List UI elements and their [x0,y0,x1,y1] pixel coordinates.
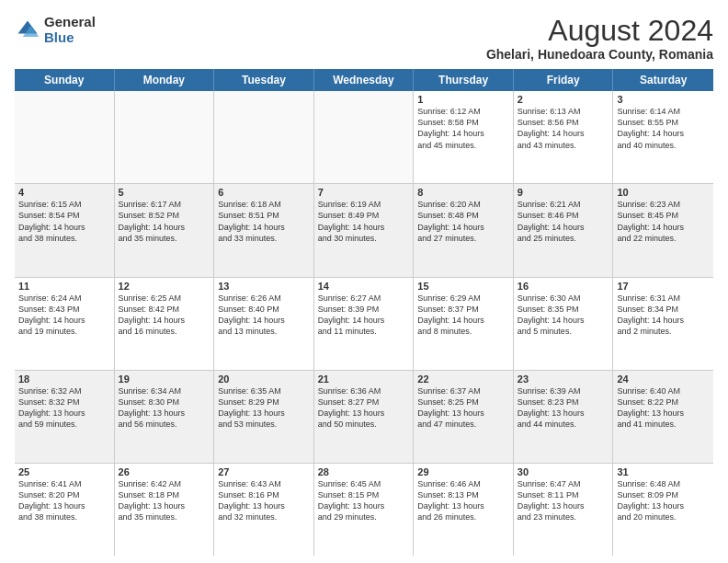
day-number: 19 [119,373,210,385]
cal-cell-r2-c2: 13Sunrise: 6:26 AMSunset: 8:40 PMDayligh… [214,278,314,370]
day-number: 24 [617,373,710,385]
cal-cell-r4-c4: 29Sunrise: 6:46 AMSunset: 8:13 PMDayligh… [414,464,514,556]
day-number: 30 [518,466,609,477]
day-number: 11 [18,281,110,292]
cal-cell-r3-c5: 23Sunrise: 6:39 AMSunset: 8:23 PMDayligh… [514,371,614,463]
cal-cell-r4-c1: 26Sunrise: 6:42 AMSunset: 8:18 PMDayligh… [115,464,215,556]
day-number: 28 [318,466,410,477]
cal-row-3: 18Sunrise: 6:32 AMSunset: 8:32 PMDayligh… [15,371,713,464]
cell-text: Sunrise: 6:47 AMSunset: 8:11 PMDaylight:… [518,478,609,523]
cal-cell-r3-c2: 20Sunrise: 6:35 AMSunset: 8:29 PMDayligh… [214,371,314,463]
logo-blue-text: Blue [44,30,96,46]
cell-text: Sunrise: 6:21 AMSunset: 8:46 PMDaylight:… [518,199,609,244]
cal-cell-r2-c3: 14Sunrise: 6:27 AMSunset: 8:39 PMDayligh… [314,278,415,370]
cal-cell-r0-c3 [314,91,415,183]
cal-cell-r0-c4: 1Sunrise: 6:12 AMSunset: 8:58 PMDaylight… [414,91,514,183]
title-block: August 2024 Ghelari, Hunedoara County, R… [486,15,713,62]
cell-text: Sunrise: 6:48 AMSunset: 8:09 PMDaylight:… [617,478,710,523]
cal-cell-r4-c0: 25Sunrise: 6:41 AMSunset: 8:20 PMDayligh… [15,464,115,556]
cal-cell-r3-c1: 19Sunrise: 6:34 AMSunset: 8:30 PMDayligh… [115,371,215,463]
subtitle: Ghelari, Hunedoara County, Romania [486,47,713,62]
cal-cell-r4-c2: 27Sunrise: 6:43 AMSunset: 8:16 PMDayligh… [214,464,314,556]
cal-cell-r1-c1: 5Sunrise: 6:17 AMSunset: 8:52 PMDaylight… [115,184,215,276]
cal-row-2: 11Sunrise: 6:24 AMSunset: 8:43 PMDayligh… [15,278,713,371]
cell-text: Sunrise: 6:14 AMSunset: 8:55 PMDaylight:… [617,106,710,151]
header-saturday: Saturday [613,69,713,91]
cell-text: Sunrise: 6:19 AMSunset: 8:49 PMDaylight:… [318,199,410,244]
cal-cell-r1-c2: 6Sunrise: 6:18 AMSunset: 8:51 PMDaylight… [214,184,314,276]
cal-cell-r0-c1 [115,91,215,183]
day-number: 22 [417,373,509,385]
day-number: 1 [417,94,509,105]
day-number: 5 [119,187,210,198]
cell-text: Sunrise: 6:12 AMSunset: 8:58 PMDaylight:… [417,106,509,151]
day-number: 6 [218,187,310,198]
cal-cell-r2-c0: 11Sunrise: 6:24 AMSunset: 8:43 PMDayligh… [15,278,115,370]
day-number: 14 [318,281,410,292]
cal-cell-r2-c1: 12Sunrise: 6:25 AMSunset: 8:42 PMDayligh… [115,278,215,370]
cell-text: Sunrise: 6:17 AMSunset: 8:52 PMDaylight:… [119,199,210,244]
cell-text: Sunrise: 6:34 AMSunset: 8:30 PMDaylight:… [119,385,210,431]
cell-text: Sunrise: 6:30 AMSunset: 8:35 PMDaylight:… [518,293,609,338]
cell-text: Sunrise: 6:15 AMSunset: 8:54 PMDaylight:… [18,199,110,244]
cell-text: Sunrise: 6:36 AMSunset: 8:27 PMDaylight:… [318,385,410,431]
cal-cell-r4-c3: 28Sunrise: 6:45 AMSunset: 8:15 PMDayligh… [314,464,415,556]
cal-cell-r1-c5: 9Sunrise: 6:21 AMSunset: 8:46 PMDaylight… [514,184,614,276]
cell-text: Sunrise: 6:24 AMSunset: 8:43 PMDaylight:… [18,293,110,338]
day-number: 27 [218,466,310,477]
cal-cell-r4-c5: 30Sunrise: 6:47 AMSunset: 8:11 PMDayligh… [514,464,614,556]
cell-text: Sunrise: 6:13 AMSunset: 8:56 PMDaylight:… [518,106,609,151]
cell-text: Sunrise: 6:42 AMSunset: 8:18 PMDaylight:… [119,478,210,523]
cal-cell-r0-c6: 3Sunrise: 6:14 AMSunset: 8:55 PMDaylight… [613,91,713,183]
calendar-body: 1Sunrise: 6:12 AMSunset: 8:58 PMDaylight… [15,91,713,556]
cal-cell-r2-c6: 17Sunrise: 6:31 AMSunset: 8:34 PMDayligh… [613,278,713,370]
day-number: 13 [218,281,310,292]
day-number: 17 [617,281,710,292]
day-number: 23 [518,373,609,385]
header-friday: Friday [514,69,614,91]
cell-text: Sunrise: 6:26 AMSunset: 8:40 PMDaylight:… [218,293,310,338]
day-number: 21 [318,373,410,385]
day-number: 15 [417,281,509,292]
day-number: 10 [617,187,710,198]
cell-text: Sunrise: 6:46 AMSunset: 8:13 PMDaylight:… [417,478,509,523]
cell-text: Sunrise: 6:20 AMSunset: 8:48 PMDaylight:… [417,199,509,244]
header-wednesday: Wednesday [314,69,415,91]
cell-text: Sunrise: 6:31 AMSunset: 8:34 PMDaylight:… [617,293,710,338]
cal-cell-r0-c0 [15,91,115,183]
day-number: 2 [518,94,609,105]
day-number: 8 [417,187,509,198]
cell-text: Sunrise: 6:41 AMSunset: 8:20 PMDaylight:… [18,478,110,523]
cell-text: Sunrise: 6:37 AMSunset: 8:25 PMDaylight:… [417,385,509,431]
day-number: 18 [18,373,110,385]
cell-text: Sunrise: 6:35 AMSunset: 8:29 PMDaylight:… [218,385,310,431]
cell-text: Sunrise: 6:27 AMSunset: 8:39 PMDaylight:… [318,293,410,338]
day-number: 3 [617,94,710,105]
cell-text: Sunrise: 6:32 AMSunset: 8:32 PMDaylight:… [18,385,110,431]
day-number: 29 [417,466,509,477]
day-number: 26 [119,466,210,477]
cal-cell-r0-c2 [214,91,314,183]
cal-cell-r0-c5: 2Sunrise: 6:13 AMSunset: 8:56 PMDaylight… [514,91,614,183]
cell-text: Sunrise: 6:25 AMSunset: 8:42 PMDaylight:… [119,293,210,338]
day-number: 4 [18,187,110,198]
logo-general-text: General [44,15,96,30]
cal-cell-r3-c6: 24Sunrise: 6:40 AMSunset: 8:22 PMDayligh… [613,371,713,463]
cal-row-0: 1Sunrise: 6:12 AMSunset: 8:58 PMDaylight… [15,91,713,184]
cell-text: Sunrise: 6:40 AMSunset: 8:22 PMDaylight:… [617,385,710,431]
calendar: Sunday Monday Tuesday Wednesday Thursday… [15,69,713,556]
cal-cell-r2-c4: 15Sunrise: 6:29 AMSunset: 8:37 PMDayligh… [414,278,514,370]
day-number: 16 [518,281,609,292]
cal-cell-r1-c0: 4Sunrise: 6:15 AMSunset: 8:54 PMDaylight… [15,184,115,276]
header-monday: Monday [115,69,215,91]
page: General Blue August 2024 Ghelari, Hunedo… [0,0,728,563]
main-title: August 2024 [486,15,713,47]
cell-text: Sunrise: 6:39 AMSunset: 8:23 PMDaylight:… [518,385,609,431]
cell-text: Sunrise: 6:43 AMSunset: 8:16 PMDaylight:… [218,478,310,523]
calendar-header: Sunday Monday Tuesday Wednesday Thursday… [15,69,713,91]
cal-row-1: 4Sunrise: 6:15 AMSunset: 8:54 PMDaylight… [15,184,713,277]
cal-cell-r1-c4: 8Sunrise: 6:20 AMSunset: 8:48 PMDaylight… [414,184,514,276]
header-tuesday: Tuesday [214,69,314,91]
cell-text: Sunrise: 6:18 AMSunset: 8:51 PMDaylight:… [218,199,310,244]
header-sunday: Sunday [15,69,115,91]
